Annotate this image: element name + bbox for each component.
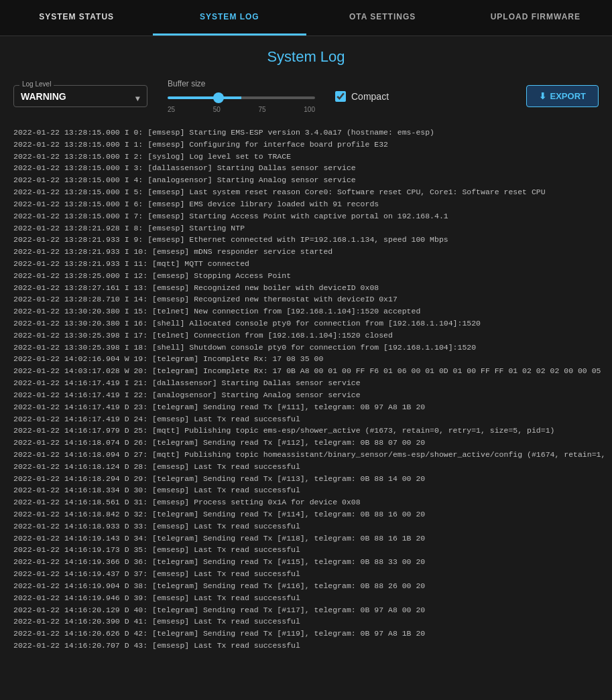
log-line: 2022-01-22 14:16:17.419 I 21: [dallassen… xyxy=(13,377,599,389)
log-content: 2022-01-22 13:28:15.000 I 0: [emsesp] St… xyxy=(0,124,612,654)
log-line: 2022-01-22 14:16:19.366 D 36: [telegram]… xyxy=(13,556,599,568)
log-line: 2022-01-22 14:16:19.143 D 34: [telegram]… xyxy=(13,533,599,545)
tick-75: 75 xyxy=(259,106,266,113)
tick-100: 100 xyxy=(304,106,315,113)
log-level-group: Log Level WARNING TRACE DEBUG INFO ERROR… xyxy=(13,85,147,107)
compact-checkbox[interactable] xyxy=(335,91,346,102)
log-line: 2022-01-22 13:30:20.380 I 16: [shell] Al… xyxy=(13,318,599,330)
log-line: 2022-01-22 13:28:25.000 I 12: [emsesp] S… xyxy=(13,270,599,282)
log-line: 2022-01-22 13:30:25.398 I 18: [shell] Sh… xyxy=(13,342,599,354)
compact-group: Compact xyxy=(335,91,389,102)
buffer-size-group: Buffer size 25 50 75 100 xyxy=(168,79,315,113)
compact-label: Compact xyxy=(351,91,389,102)
log-line: 2022-01-22 13:30:25.398 I 17: [telnet] C… xyxy=(13,330,599,342)
top-navigation: SYSTEM STATUS SYSTEM LOG OTA SETTINGS UP… xyxy=(0,0,612,36)
slider-container xyxy=(168,92,315,102)
buffer-size-slider[interactable] xyxy=(168,96,315,99)
nav-system-status[interactable]: SYSTEM STATUS xyxy=(0,0,153,36)
log-line: 2022-01-22 13:28:15.000 I 3: [dallassens… xyxy=(13,162,599,174)
log-line: 2022-01-22 14:16:20.626 D 42: [telegram]… xyxy=(13,628,599,640)
log-line: 2022-01-22 14:16:17.419 D 23: [telegram]… xyxy=(13,401,599,413)
log-line: 2022-01-22 14:16:20.390 D 41: [emsesp] L… xyxy=(13,616,599,628)
log-line: 2022-01-22 13:28:21.928 I 8: [emsesp] St… xyxy=(13,222,599,234)
log-line: 2022-01-22 13:28:21.933 I 9: [emsesp] Et… xyxy=(13,234,599,246)
log-line: 2022-01-22 13:28:15.000 I 2: [syslog] Lo… xyxy=(13,151,599,163)
buffer-size-label: Buffer size xyxy=(168,79,315,88)
log-line: 2022-01-22 13:28:15.000 I 6: [emsesp] EM… xyxy=(13,198,599,210)
log-line: 2022-01-22 14:16:18.933 D 33: [emsesp] L… xyxy=(13,520,599,533)
export-button[interactable]: ⬇ EXPORT xyxy=(526,85,599,107)
log-line: 2022-01-22 13:28:15.000 I 7: [emsesp] St… xyxy=(13,210,599,222)
log-line: 2022-01-22 14:16:18.842 D 32: [telegram]… xyxy=(13,508,599,520)
log-line: 2022-01-22 14:02:16.904 W 19: [telegram]… xyxy=(13,353,599,365)
log-line: 2022-01-22 13:28:21.933 I 10: [emsesp] m… xyxy=(13,246,599,258)
log-level-select[interactable]: WARNING TRACE DEBUG INFO ERROR xyxy=(21,91,140,102)
log-line: 2022-01-22 14:16:19.173 D 35: [emsesp] L… xyxy=(13,544,599,556)
controls-bar: Log Level WARNING TRACE DEBUG INFO ERROR… xyxy=(0,74,612,124)
log-line: 2022-01-22 14:16:20.707 D 43: [emsesp] L… xyxy=(13,640,599,652)
tick-50: 50 xyxy=(213,106,221,113)
log-line: 2022-01-22 14:03:17.028 W 20: [telegram]… xyxy=(13,365,599,377)
log-line: 2022-01-22 13:28:15.000 I 0: [emsesp] St… xyxy=(13,127,599,139)
page-title: System Log xyxy=(0,36,612,74)
log-line: 2022-01-22 14:16:18.294 D 29: [telegram]… xyxy=(13,473,599,485)
log-line: 2022-01-22 14:16:19.946 D 39: [emsesp] L… xyxy=(13,592,599,604)
export-label: EXPORT xyxy=(550,91,586,101)
log-line: 2022-01-22 13:28:27.161 I 13: [emsesp] R… xyxy=(13,282,599,294)
log-line: 2022-01-22 14:16:17.419 I 22: [analogsen… xyxy=(13,389,599,401)
log-line: 2022-01-22 13:28:15.000 I 1: [emsesp] Co… xyxy=(13,139,599,151)
log-line: 2022-01-22 13:28:21.933 I 11: [mqtt] MQT… xyxy=(13,258,599,270)
log-line: 2022-01-22 14:16:19.904 D 38: [telegram]… xyxy=(13,580,599,592)
log-line: 2022-01-22 14:16:20.129 D 40: [telegram]… xyxy=(13,604,599,616)
log-line: 2022-01-22 13:28:28.710 I 14: [emsesp] R… xyxy=(13,293,599,305)
log-line: 2022-01-22 13:28:15.000 I 5: [emsesp] La… xyxy=(13,186,599,198)
log-line: 2022-01-22 14:16:17.979 D 25: [mqtt] Pub… xyxy=(13,425,599,437)
log-line: 2022-01-22 13:28:15.000 I 4: [analogsens… xyxy=(13,174,599,186)
log-line: 2022-01-22 14:16:18.124 D 28: [emsesp] L… xyxy=(13,461,599,473)
log-line: 2022-01-22 14:16:17.419 D 24: [emsesp] L… xyxy=(13,413,599,425)
tick-25: 25 xyxy=(168,106,175,113)
nav-system-log[interactable]: SYSTEM LOG xyxy=(153,0,306,36)
log-level-label: Log Level xyxy=(19,80,54,88)
log-line: 2022-01-22 14:16:18.561 D 31: [emsesp] P… xyxy=(13,496,599,508)
log-line: 2022-01-22 14:16:18.094 D 27: [mqtt] Pub… xyxy=(13,449,599,461)
slider-ticks: 25 50 75 100 xyxy=(168,106,315,113)
log-line: 2022-01-22 14:16:18.334 D 30: [emsesp] L… xyxy=(13,484,599,496)
log-line: 2022-01-22 14:16:19.437 D 37: [emsesp] L… xyxy=(13,568,599,580)
log-line: 2022-01-22 13:30:20.380 I 15: [telnet] N… xyxy=(13,305,599,318)
nav-ota-settings[interactable]: OTA SETTINGS xyxy=(306,0,459,36)
download-icon: ⬇ xyxy=(539,91,546,101)
nav-upload-firmware[interactable]: UPLOAD FIRMWARE xyxy=(459,0,612,36)
log-line: 2022-01-22 14:16:18.074 D 26: [telegram]… xyxy=(13,437,599,449)
